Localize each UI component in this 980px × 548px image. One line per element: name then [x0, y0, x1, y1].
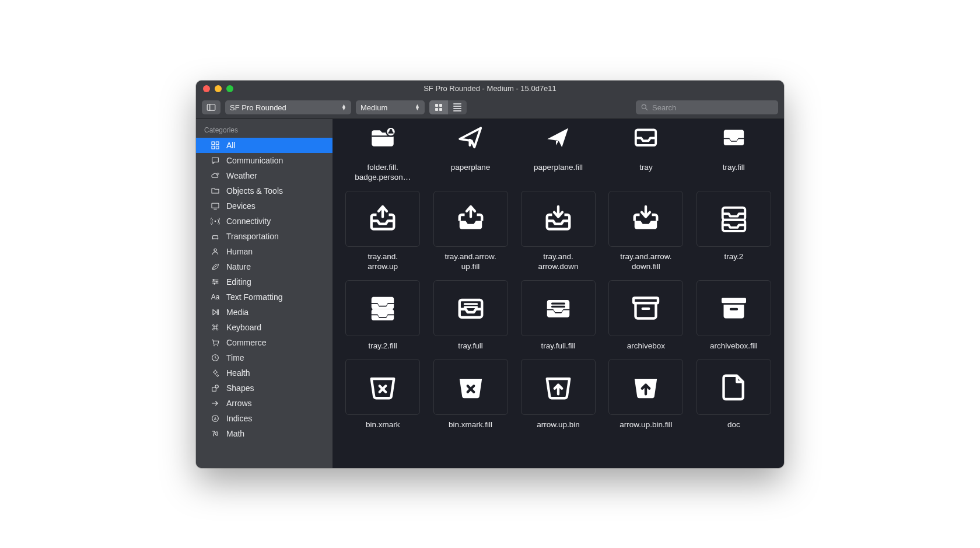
display-icon — [210, 201, 220, 211]
sidebar-item-math[interactable]: Math — [196, 426, 332, 441]
sidebar-item-commerce[interactable]: Commerce — [196, 335, 332, 350]
list-view-button[interactable] — [448, 100, 467, 114]
sidebar-item-all[interactable]: All — [196, 138, 332, 153]
shapes-icon — [210, 383, 220, 393]
play-icon — [210, 308, 220, 317]
sidebar-item-keyboard[interactable]: Keyboard — [196, 320, 332, 335]
symbol-swatch — [433, 280, 508, 336]
grid-view-button[interactable] — [429, 100, 448, 114]
symbol-label: bin.xmark.fill — [433, 420, 509, 430]
sidebar-item-editing[interactable]: Editing — [196, 274, 332, 289]
symbol-cell[interactable]: tray.fill — [694, 123, 774, 183]
sidebar-item-communication[interactable]: Communication — [196, 153, 332, 168]
sidebar-item-time[interactable]: Time — [196, 350, 332, 365]
tray_2_fill-icon — [366, 292, 399, 324]
symbol-swatch — [608, 123, 683, 158]
sidebar-item-media[interactable]: Media — [196, 305, 332, 320]
aa-icon: Aa — [210, 293, 220, 301]
search-field[interactable] — [636, 100, 778, 114]
sidebar-item-label: Connectivity — [226, 217, 271, 226]
symbol-label: tray — [608, 162, 684, 173]
symbol-cell[interactable]: archivebox.fill — [694, 280, 774, 351]
symbol-label: paperplane — [433, 162, 509, 173]
sidebar-item-label: Commerce — [226, 338, 266, 347]
sidebar-item-health[interactable]: Health — [196, 365, 332, 381]
folder-icon — [210, 186, 220, 196]
archivebox-icon — [629, 292, 662, 324]
cart-icon — [210, 338, 220, 347]
sidebar-item-human[interactable]: Human — [196, 244, 332, 259]
close-button[interactable] — [203, 85, 210, 92]
body: Categories AllCommunicationWeatherObject… — [196, 119, 784, 468]
symbol-label: bin.xmark — [345, 420, 421, 430]
leaf-icon — [210, 262, 220, 271]
search-input[interactable] — [652, 103, 774, 112]
sidebar-item-label: Math — [226, 429, 244, 438]
symbol-cell[interactable]: bin.xmark.fill — [430, 359, 510, 430]
symbol-cell[interactable]: folder.fill.badge.person… — [343, 123, 422, 183]
symbol-label: doc — [696, 420, 772, 430]
paperplane-icon — [454, 123, 487, 152]
symbol-label: tray.fill — [696, 162, 772, 173]
symbol-cell[interactable]: tray.and.arrow.down — [519, 191, 598, 272]
weight-select[interactable]: Medium ▲▼ — [356, 100, 425, 114]
symbol-swatch — [345, 359, 420, 415]
symbol-cell[interactable]: paperplane — [430, 123, 510, 183]
sidebar-item-weather[interactable]: Weather — [196, 168, 332, 183]
symbol-cell[interactable]: tray — [606, 123, 685, 183]
sidebar-item-arrows[interactable]: Arrows — [196, 396, 332, 411]
sidebar-item-transportation[interactable]: Transportation — [196, 229, 332, 244]
symbol-label: tray.2.fill — [345, 341, 421, 351]
sidebar-item-shapes[interactable]: Shapes — [196, 381, 332, 396]
symbol-cell[interactable]: bin.xmark — [343, 359, 422, 430]
tray_arrow_down_fill-icon — [629, 203, 662, 235]
tray_fill-icon — [718, 123, 750, 152]
symbol-label: folder.fill.badge.person… — [345, 162, 421, 183]
symbol-cell[interactable]: tray.and.arrow.up — [343, 191, 422, 272]
sidebar-item-indices[interactable]: Indices — [196, 411, 332, 426]
symbol-label: archivebox.fill — [696, 341, 772, 351]
sidebar-item-text-formatting[interactable]: AaText Formatting — [196, 289, 332, 305]
zoom-button[interactable] — [226, 85, 233, 92]
bin_xmark-icon — [366, 371, 399, 403]
tray_arrow_down-icon — [542, 203, 575, 235]
symbol-cell[interactable]: archivebox — [606, 280, 685, 351]
symbol-cell[interactable]: tray.full — [430, 280, 510, 351]
sidebar-item-objects-tools[interactable]: Objects & Tools — [196, 183, 332, 198]
symbol-cell[interactable]: tray.and.arrow.up.fill — [430, 191, 510, 272]
sidebar-item-label: Text Formatting — [226, 292, 282, 302]
sidebar-item-devices[interactable]: Devices — [196, 198, 332, 214]
symbol-cell[interactable]: paperplane.fill — [519, 123, 598, 183]
sidebar-icon — [206, 102, 216, 113]
symbol-cell[interactable]: tray.full.fill — [519, 280, 598, 351]
sidebar-item-label: Indices — [226, 414, 252, 423]
symbol-cell[interactable]: tray.and.arrow.down.fill — [606, 191, 685, 272]
sidebar-header: Categories — [196, 123, 332, 138]
antenna-icon — [210, 217, 220, 226]
symbol-label: paperplane.fill — [520, 162, 596, 173]
symbol-label: arrow.up.bin.fill — [608, 420, 684, 430]
symbol-cell[interactable]: doc — [694, 359, 774, 430]
symbol-cell[interactable]: tray.2.fill — [343, 280, 422, 351]
content[interactable]: folder.fill.badge.person…paperplanepaper… — [332, 119, 784, 468]
sidebar-item-label: Time — [226, 353, 244, 362]
view-mode-segmented — [429, 100, 467, 114]
sidebar-item-label: Objects & Tools — [226, 186, 283, 196]
symbol-cell[interactable]: arrow.up.bin — [519, 359, 598, 430]
sidebar-item-nature[interactable]: Nature — [196, 259, 332, 274]
tray-icon — [629, 123, 662, 152]
minimize-button[interactable] — [215, 85, 222, 92]
sidebar-item-connectivity[interactable]: Connectivity — [196, 214, 332, 229]
symbol-cell[interactable]: arrow.up.bin.fill — [606, 359, 685, 430]
font-select-value: SF Pro Rounded — [230, 103, 286, 112]
sidebar-item-label: Health — [226, 368, 250, 378]
symbol-swatch — [433, 191, 508, 247]
symbol-swatch — [521, 123, 596, 158]
sidebar-toggle-button[interactable] — [202, 100, 220, 114]
sidebar-item-label: Transportation — [226, 232, 279, 241]
symbol-cell[interactable]: tray.2 — [694, 191, 774, 272]
window-title: SF Pro Rounded - Medium - 15.0d7e11 — [196, 84, 784, 93]
font-select[interactable]: SF Pro Rounded ▲▼ — [225, 100, 351, 114]
titlebar[interactable]: SF Pro Rounded - Medium - 15.0d7e11 — [196, 81, 784, 97]
sidebar-item-label: Editing — [226, 277, 251, 287]
